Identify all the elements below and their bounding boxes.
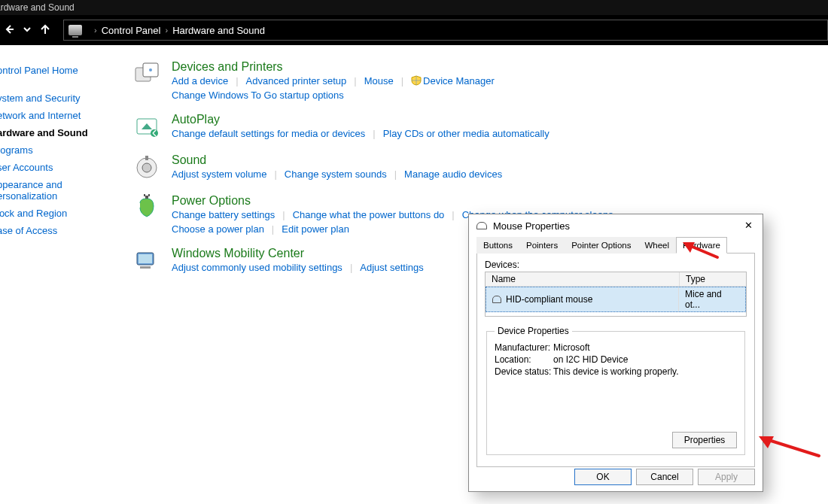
- category-title[interactable]: Devices and Printers: [172, 60, 810, 74]
- nav-back[interactable]: [0, 23, 18, 38]
- explorer-toolbar: › Control Panel › Hardware and Sound: [0, 15, 828, 45]
- category-link[interactable]: Change battery settings: [172, 209, 275, 220]
- category-link[interactable]: Change what the power buttons do: [293, 209, 445, 220]
- col-type[interactable]: Type: [680, 272, 746, 286]
- hardware-tab-pane: Devices: Name Type HID-compliant mouse M…: [476, 254, 755, 467]
- link-separator: |: [236, 75, 238, 87]
- nav-recent-dropdown[interactable]: [18, 24, 36, 36]
- sidebar-item-user-accounts[interactable]: ser Accounts: [0, 159, 114, 176]
- link-separator: |: [354, 75, 356, 87]
- location-value: on I2C HID Device: [553, 354, 628, 365]
- devices-table[interactable]: Name Type HID-compliant mouse Mice and o…: [485, 272, 747, 317]
- category: Devices and PrintersAdd a device|Advance…: [132, 60, 810, 101]
- link-separator: |: [274, 169, 276, 180]
- sidebar-item-network[interactable]: etwork and Internet: [0, 107, 114, 124]
- mouse-icon: [492, 296, 501, 303]
- category-icon: [132, 153, 161, 182]
- category-link[interactable]: Mouse: [364, 75, 394, 87]
- svg-rect-12: [144, 194, 145, 196]
- category-link[interactable]: Adjust commonly used mobility settings: [172, 262, 342, 273]
- category-link[interactable]: Adjust settings: [360, 262, 424, 273]
- device-properties-group: Device Properties Manufacturer:Microsoft…: [486, 326, 745, 455]
- status-value: This device is working properly.: [553, 366, 679, 377]
- col-name[interactable]: Name: [486, 272, 680, 286]
- category-link[interactable]: Edit power plan: [282, 223, 349, 235]
- sidebar: ontrol Panel Home ystem and Security etw…: [0, 45, 114, 504]
- tab-pointers[interactable]: Pointers: [519, 237, 565, 254]
- link-separator: |: [401, 75, 403, 87]
- ok-button[interactable]: OK: [574, 469, 632, 485]
- sidebar-item-programs[interactable]: rograms: [0, 141, 114, 159]
- manufacturer-label: Manufacturer:: [495, 342, 553, 353]
- link-separator: |: [282, 209, 285, 220]
- device-properties-legend: Device Properties: [495, 326, 572, 336]
- category-title[interactable]: Power Options: [172, 194, 810, 208]
- devices-table-header: Name Type: [486, 272, 746, 287]
- category-link[interactable]: Change default settings for media or dev…: [172, 128, 365, 139]
- category-title[interactable]: AutoPlay: [172, 113, 810, 126]
- sidebar-item-ease-access[interactable]: ase of Access: [0, 222, 114, 239]
- category-icon: [132, 194, 161, 223]
- window-titlebar: ardware and Sound: [0, 0, 828, 15]
- link-separator: |: [452, 209, 454, 220]
- devices-label: Devices:: [485, 260, 747, 270]
- window-title: ardware and Sound: [0, 2, 75, 13]
- category-link[interactable]: Play CDs or other media automatically: [383, 128, 549, 139]
- svg-point-7: [151, 129, 158, 137]
- dialog-title: Mouse Properties: [493, 220, 570, 232]
- dialog-titlebar[interactable]: Mouse Properties ✕: [469, 214, 763, 237]
- category-link[interactable]: Change system sounds: [285, 169, 387, 180]
- category-link[interactable]: Adjust system volume: [172, 169, 266, 180]
- category-icon: [132, 60, 161, 89]
- crumb-sep-icon: ›: [165, 26, 168, 35]
- link-separator: |: [373, 128, 375, 139]
- tab-wheel[interactable]: Wheel: [638, 237, 676, 254]
- tab-pointer-options[interactable]: Pointer Options: [565, 237, 638, 254]
- mouse-icon: [476, 222, 487, 229]
- category-link[interactable]: Manage audio devices: [404, 169, 502, 180]
- close-icon[interactable]: ✕: [741, 219, 755, 232]
- link-separator: |: [350, 262, 352, 273]
- sidebar-item-appearance[interactable]: ppearance and ersonalization: [0, 176, 114, 205]
- device-row[interactable]: HID-compliant mouse Mice and ot...: [486, 287, 746, 312]
- svg-point-9: [142, 163, 151, 172]
- svg-rect-10: [145, 156, 148, 160]
- sidebar-item-system-security[interactable]: ystem and Security: [0, 90, 114, 107]
- crumb-sep-icon: ›: [94, 26, 97, 35]
- sidebar-item-clock-region[interactable]: lock and Region: [0, 205, 114, 222]
- category-link[interactable]: Change Windows To Go startup options: [172, 90, 344, 101]
- tab-buttons[interactable]: Buttons: [476, 237, 519, 254]
- properties-button[interactable]: Properties: [672, 432, 737, 448]
- link-separator: |: [272, 223, 274, 235]
- tab-hardware[interactable]: Hardware: [676, 237, 727, 254]
- svg-rect-11: [145, 196, 148, 199]
- category: AutoPlayChange default settings for medi…: [132, 113, 810, 141]
- sidebar-home[interactable]: ontrol Panel Home: [0, 62, 114, 79]
- address-bar[interactable]: › Control Panel › Hardware and Sound: [63, 20, 828, 41]
- category-icon: [132, 113, 161, 141]
- location-label: Location:: [495, 354, 553, 365]
- shield-icon: [411, 75, 422, 86]
- category-link[interactable]: Add a device: [172, 75, 228, 87]
- category-link[interactable]: Choose a power plan: [172, 223, 264, 235]
- control-panel-icon: [68, 25, 82, 35]
- dialog-tabstrip: ButtonsPointersPointer OptionsWheelHardw…: [476, 237, 755, 254]
- crumb-current[interactable]: Hardware and Sound: [172, 25, 265, 36]
- crumb-root[interactable]: Control Panel: [102, 25, 161, 36]
- manufacturer-value: Microsoft: [553, 342, 590, 353]
- device-type: Mice and ot...: [679, 287, 745, 311]
- svg-rect-13: [148, 194, 150, 196]
- apply-button[interactable]: Apply: [698, 469, 755, 485]
- mouse-properties-dialog: Mouse Properties ✕ ButtonsPointersPointe…: [468, 214, 763, 492]
- cancel-button[interactable]: Cancel: [636, 469, 693, 485]
- category-title[interactable]: Sound: [172, 153, 810, 167]
- svg-rect-16: [139, 254, 152, 263]
- sidebar-item-hardware-sound[interactable]: ardware and Sound: [0, 124, 114, 141]
- category-link[interactable]: Device Manager: [411, 75, 495, 87]
- category-icon: [132, 247, 161, 275]
- link-separator: |: [394, 169, 397, 180]
- svg-point-4: [149, 68, 152, 71]
- nav-up[interactable]: [36, 23, 54, 38]
- category-link[interactable]: Advanced printer setup: [246, 75, 347, 87]
- svg-rect-15: [140, 266, 151, 269]
